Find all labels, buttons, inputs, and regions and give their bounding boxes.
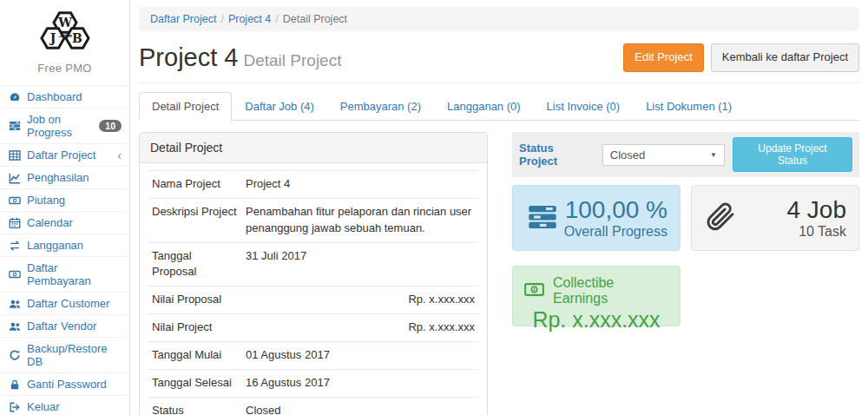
earnings-header: Collectibe Earnings: [523, 275, 669, 306]
summary-cards-row: 100,00 % Overall Progress 4 Job 10 Ta: [512, 185, 859, 251]
earnings-title: Collectibe Earnings: [553, 275, 669, 306]
sidebar-item-langganan[interactable]: Langganan: [0, 234, 129, 256]
detail-row-value: Rp. x.xxx.xxx: [242, 314, 478, 342]
sidebar-item-backup-restore-db[interactable]: Backup/Restore DB: [0, 337, 129, 372]
svg-text:W: W: [57, 16, 72, 30]
page-title: Project 4Detail Project: [139, 43, 341, 72]
sidebar-item-label: Daftar Vendor: [27, 319, 96, 333]
tab-label[interactable]: List Invoice (0): [534, 92, 634, 121]
breadcrumb-item-project-4[interactable]: Project 4: [228, 13, 271, 25]
detail-row-value: 16 Agustus 2017: [242, 369, 478, 397]
sidebar-item-label: Daftar Customer: [27, 297, 109, 310]
main-content: Daftar Project/Project 4/Detail Project …: [130, 0, 868, 415]
collectible-earnings-card: Collectibe Earnings Rp. x.xxx.xxx: [512, 266, 681, 326]
brand: W J B .com Free PMO: [0, 0, 129, 86]
sidebar-item-daftar-project[interactable]: Daftar Project‹: [0, 143, 129, 166]
breadcrumb: Daftar Project/Project 4/Detail Project: [139, 7, 859, 31]
detail-row-status: StatusClosed: [148, 397, 478, 415]
page-header: Project 4Detail Project Edit Project Kem…: [139, 43, 859, 83]
sidebar-item-piutang[interactable]: Piutang: [0, 188, 129, 211]
jwb-logo-icon: W J B .com: [34, 9, 96, 56]
tab-langganan-0[interactable]: Langganan (0): [434, 92, 534, 120]
sidebar-item-label: Piutang: [27, 194, 65, 207]
detail-row-label: Nilai Proposal: [148, 287, 242, 314]
sidebar: W J B .com Free PMO DashboardJob on Prog…: [0, 0, 130, 415]
detail-row-label: Deskripsi Project: [148, 198, 242, 242]
sidebar-item-label: Dashboard: [27, 90, 82, 103]
breadcrumb-separator: /: [271, 13, 282, 25]
tab-pembayaran-2[interactable]: Pembayaran (2): [327, 92, 434, 120]
sidebar-menu: DashboardJob on Progress10Daftar Project…: [0, 86, 129, 415]
detail-row-value: Project 4: [242, 171, 478, 199]
panel-title: Detail Project: [140, 133, 487, 163]
detail-row-value: Rp. x.xxx.xxx: [242, 287, 478, 314]
sidebar-item-label: Daftar Pembayaran: [27, 261, 122, 287]
sidebar-item-label: Backup/Restore DB: [27, 342, 122, 368]
sidebar-item-penghasilan[interactable]: Penghasilan: [0, 166, 129, 188]
breadcrumb-item-daftar-project[interactable]: Daftar Project: [150, 13, 216, 25]
money-icon: [523, 281, 545, 301]
edit-project-button[interactable]: Edit Project: [623, 43, 703, 71]
back-to-project-list-button[interactable]: Kembali ke daftar Project: [711, 43, 859, 71]
detail-row-label: Tanggal Proposal: [148, 242, 242, 287]
page-subtitle: Detail Project: [243, 51, 341, 69]
tab-label[interactable]: Detail Project: [139, 92, 232, 121]
calendar-icon: [8, 216, 21, 229]
sidebar-item-job-on-progress[interactable]: Job on Progress10: [0, 108, 129, 143]
tab-list-dokumen-1[interactable]: List Dokumen (1): [633, 92, 745, 120]
detail-table: Nama ProjectProject 4Deskripsi ProjectPe…: [148, 170, 478, 415]
tab-list-invoice-0[interactable]: List Invoice (0): [534, 92, 634, 120]
detail-row-value: Penambahan fitur pelaporan dan rincian u…: [242, 198, 478, 242]
overall-progress-card: 100,00 % Overall Progress: [512, 185, 681, 251]
sidebar-item-ganti-password[interactable]: Ganti Password: [0, 372, 129, 395]
progress-caption: Overall Progress: [564, 224, 667, 240]
tasks-icon: [525, 201, 560, 235]
tab-label[interactable]: Daftar Job (4): [232, 92, 326, 121]
tab-daftar-job-4[interactable]: Daftar Job (4): [232, 92, 326, 120]
tab-label[interactable]: List Dokumen (1): [633, 92, 745, 121]
detail-row-label: Nilai Project: [148, 314, 242, 342]
money-icon: [8, 194, 21, 207]
exchange-icon: [8, 239, 21, 252]
paperclip-icon: [704, 201, 737, 235]
sidebar-item-label: Penghasilan: [27, 171, 89, 184]
detail-row-value: 01 Agustus 2017: [242, 341, 478, 369]
job-count-card: 4 Job 10 Task: [691, 185, 859, 251]
sidebar-item-label: Langganan: [27, 239, 83, 252]
detail-project-panel: Detail Project Nama ProjectProject 4Desk…: [139, 132, 488, 415]
detail-row-tanggal-proposal: Tanggal Proposal31 Juli 2017: [148, 242, 478, 287]
detail-row-tanggal-selesai: Tanggal Selesai16 Agustus 2017: [148, 369, 478, 397]
sidebar-item-dashboard[interactable]: Dashboard: [0, 86, 129, 108]
status-select-value: Closed: [610, 148, 645, 161]
refresh-icon: [8, 349, 21, 362]
right-column: Status Project Closed ▼ Update Project S…: [512, 132, 859, 326]
dashboard-icon: [8, 90, 21, 103]
tab-label[interactable]: Langganan (0): [434, 92, 534, 121]
chevron-left-icon: ‹: [117, 149, 122, 161]
update-project-status-button[interactable]: Update Project Status: [733, 137, 852, 172]
money-icon: [8, 268, 21, 281]
detail-row-value: 31 Juli 2017: [242, 242, 478, 287]
sidebar-item-label: Daftar Project: [27, 148, 95, 161]
sidebar-item-keluar[interactable]: Keluar: [0, 395, 129, 415]
panel-body: Nama ProjectProject 4Deskripsi ProjectPe…: [140, 163, 487, 415]
tasks-icon: [8, 120, 21, 133]
breadcrumb-separator: /: [216, 13, 227, 25]
brand-name: Free PMO: [0, 62, 129, 75]
lock-icon: [8, 378, 21, 391]
sidebar-item-daftar-vendor[interactable]: Daftar Vendor: [0, 314, 129, 337]
line-chart-icon: [8, 171, 21, 184]
detail-row-label: Nama Project: [148, 171, 242, 199]
sidebar-item-daftar-customer[interactable]: Daftar Customer: [0, 292, 129, 314]
detail-row-value: Closed: [242, 397, 478, 415]
tab-detail-project[interactable]: Detail Project: [139, 92, 232, 120]
sidebar-item-calendar[interactable]: Calendar: [0, 211, 129, 234]
status-select[interactable]: Closed ▼: [602, 144, 725, 166]
tab-bar: Detail ProjectDaftar Job (4)Pembayaran (…: [139, 92, 859, 121]
sidebar-item-daftar-pembayaran[interactable]: Daftar Pembayaran: [0, 256, 129, 292]
select-caret-icon: ▼: [710, 151, 717, 159]
sidebar-item-label: Job on Progress: [27, 113, 93, 139]
status-project-bar: Status Project Closed ▼ Update Project S…: [512, 132, 859, 177]
tab-label[interactable]: Pembayaran (2): [327, 92, 434, 121]
page-title-text: Project 4: [139, 43, 238, 71]
